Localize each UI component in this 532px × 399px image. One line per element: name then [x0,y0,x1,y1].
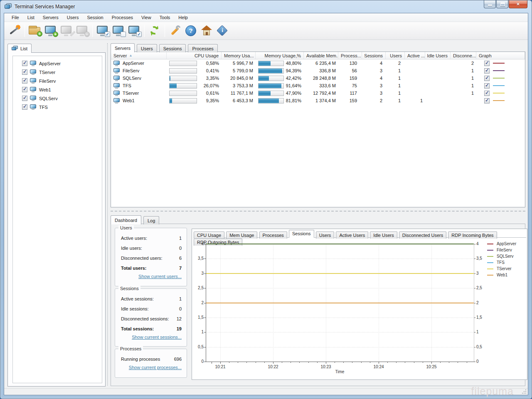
column-header-disconnected[interactable]: Disconne... [451,52,476,59]
server-list-item[interactable]: ✓ TServer [13,68,102,76]
memory-pct-value: 91,64% [286,83,301,88]
server-list-item[interactable]: ✓ TFS [13,103,102,111]
xlab: 10:21 [212,365,229,369]
toolbar: + + − ✓ ✓ [4,22,528,40]
server-table-row[interactable]: TFS 26,07% 3 753,3 M 91,64% 333 [111,82,525,89]
server-checkbox[interactable]: ✓ [22,96,27,101]
column-header-graph[interactable]: Graph [476,52,525,59]
server-checkbox[interactable]: ✓ [22,78,27,84]
close-button[interactable]: × [509,0,527,8]
menu-bar: File List Servers Users Session Processe… [4,13,528,22]
show-current-users-link[interactable]: Show current users... [138,274,182,279]
wizard-wand-icon[interactable] [7,23,22,39]
maximize-button[interactable] [496,0,508,8]
server-checkbox[interactable]: ✓ [22,104,27,110]
menu-item[interactable]: Tools [155,14,175,21]
ylab: 2,5 [476,286,487,290]
column-header-cpu-usage[interactable]: CPU Usage [167,52,222,59]
server-checkbox[interactable]: ✓ [22,69,27,75]
title-bar[interactable]: Terminal Services Manager × [0,0,532,13]
main-tab[interactable]: Users [137,44,157,52]
server-checkbox[interactable]: ✓ [22,87,27,92]
graph-checkbox[interactable]: ✓ [484,83,490,89]
connect-server-window-icon[interactable] [111,23,126,39]
show-current-sessions-link[interactable]: Show current sessions... [132,335,182,340]
minimize-button[interactable] [484,0,496,8]
column-header-server[interactable]: Server▲ [111,52,167,59]
menu-item[interactable]: View [137,14,155,21]
memory-usage-value: 3 753,3 M [222,83,256,88]
chart-plot-layer: 000,50,5111,51,5222,52,5333,53,54410:211… [192,229,527,379]
users-value: 1 [386,68,405,73]
home-icon[interactable] [199,23,214,39]
graph-checkbox[interactable]: ✓ [484,91,490,96]
sessions-groupbox-title: Sessions [118,286,140,291]
column-header-processes[interactable]: Process... [338,52,362,59]
add-server-icon[interactable]: + [43,23,59,39]
help-icon[interactable]: ? [183,23,199,39]
connect-server-check-icon[interactable]: ✓ [95,23,111,39]
server-list-item[interactable]: ✓ Web1 [13,85,102,94]
vertical-splitter[interactable] [107,43,108,386]
dashboard-tab[interactable]: Dashboard [111,215,141,224]
legend-item: Web1 [487,272,516,278]
column-header-sessions[interactable]: Sessions [362,52,386,59]
available-memory-value: 6 235,4 M [304,61,338,66]
active-users-value: 1 [405,98,425,103]
legend-item: TFS [487,259,516,266]
column-header-users[interactable]: Users [386,52,405,59]
column-header-memory-usage-pct[interactable]: Memory Usage,% [256,52,304,59]
menu-item[interactable]: Help [174,14,192,21]
chart-tab[interactable]: Sessions [289,230,314,238]
column-header-available-memory[interactable]: Available Mem... [304,52,338,59]
open-list-folder-add-icon[interactable]: + [27,23,43,39]
main-tab[interactable]: Processes [188,44,217,52]
menu-item[interactable]: File [7,14,23,21]
menu-item[interactable]: Session [83,14,108,21]
server-table-row[interactable]: Web1 9,35% 6 453,3 M 81,81% 1 3 [111,97,525,104]
server-table-row[interactable]: TServer 0,61% 11 767,1 M 47,90% [111,89,525,97]
sessions-value: 4 [362,61,386,66]
settings-wrench-icon[interactable] [167,23,183,39]
graph-checkbox[interactable]: ✓ [484,61,490,66]
x-axis-title: Time [206,369,474,374]
server-list-item[interactable]: ✓ SQLServ [13,94,102,103]
computer-icon [113,91,120,96]
tab-list[interactable]: List [7,44,32,53]
axis [206,362,474,362]
remove-server-icon[interactable]: − [74,23,90,39]
resize-grip-icon[interactable] [525,393,526,394]
dashboard-tab[interactable]: Log [143,216,159,224]
server-checkbox[interactable]: ✓ [22,61,27,66]
refresh-icon[interactable] [147,23,163,39]
main-tab[interactable]: Sessions [159,44,186,52]
server-table-row[interactable]: FileServ 0,41% 5 799,0 M 94,39% [111,67,525,74]
available-memory-value: 333,6 M [304,83,338,88]
show-current-processes-link[interactable]: Show current processes... [129,365,182,370]
server-table-row[interactable]: AppServer 0,58% 5 996,7 M 48,80% [111,59,525,67]
connect-server-checkbox-icon[interactable]: ✓ [126,23,142,39]
graph-checkbox[interactable]: ✓ [484,68,490,74]
menu-item[interactable]: Users [63,14,83,21]
stat-row: Disconnected users:6 [115,253,187,263]
xlab: 10:22 [265,365,281,369]
server-table-row[interactable]: SQLServ 3,35% 20 845,0 M 42,42% [111,74,525,82]
memory-usage-value: 6 453,3 M [222,98,256,103]
column-header-memory-usage[interactable]: Memory Usa... [222,52,256,59]
about-info-icon[interactable]: i [214,23,230,39]
column-header-idle-users[interactable]: Idle Users [425,52,451,59]
server-list-item[interactable]: ✓ FileServ [13,76,102,85]
edit-server-icon[interactable] [59,23,74,39]
legend-color-dash [487,262,493,263]
ylab: 0,5 [476,345,487,349]
menu-item[interactable]: List [23,14,39,21]
main-tab[interactable]: Servers [111,43,135,52]
column-header-active-users[interactable]: Active ... [405,52,425,59]
menu-item[interactable]: Processes [108,14,137,21]
graph-checkbox[interactable]: ✓ [484,76,490,81]
server-listbox[interactable]: ✓ AppServer ✓ TServer [12,56,102,383]
graph-checkbox[interactable]: ✓ [484,98,490,103]
server-list-item[interactable]: ✓ AppServer [13,59,102,68]
cpu-usage-bar [169,91,197,96]
menu-item[interactable]: Servers [39,14,63,21]
